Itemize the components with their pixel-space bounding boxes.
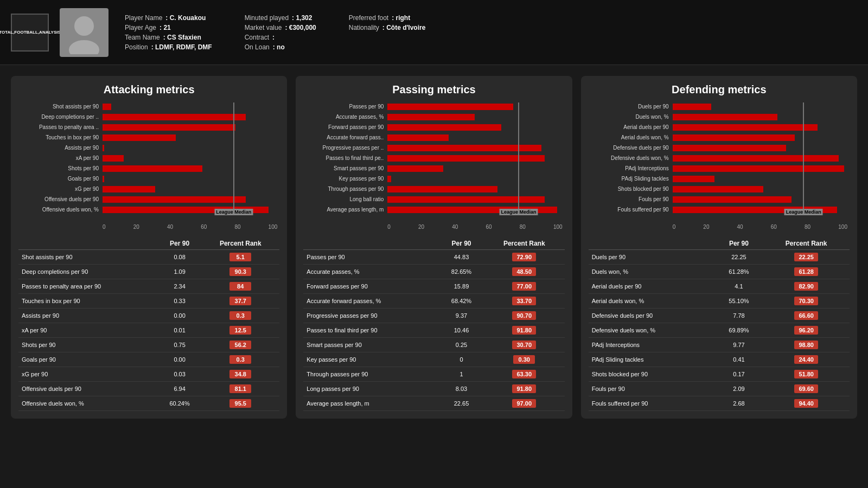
prank-value: 90.70 xyxy=(484,309,565,323)
per90-value: 0.08 xyxy=(158,250,201,265)
bar-row: Passes to final third pe.. xyxy=(387,154,562,163)
prank-badge: 97.00 xyxy=(512,399,536,408)
per90-value: 44.83 xyxy=(439,250,484,265)
x-axis-label: 60 xyxy=(771,224,777,230)
bar-outer xyxy=(387,114,562,120)
svg-point-0 xyxy=(74,16,94,36)
contract-label: Contract xyxy=(245,34,269,41)
per90-value: 0.17 xyxy=(715,367,763,382)
bar-row: Accurate passes, % xyxy=(387,113,562,121)
bar-row: PAdj Sliding tackles xyxy=(673,175,847,183)
prank-value: 69.60 xyxy=(763,382,850,396)
x-axis-label: 80 xyxy=(234,224,240,230)
attacking-col-per90-header: Per 90 xyxy=(158,237,201,250)
per90-value: 0.00 xyxy=(158,309,201,323)
table-row: PAdj Sliding tackles 0.41 24.40 xyxy=(589,352,850,367)
bar-label: Shot assists per 90 xyxy=(18,102,99,111)
contract-value: : xyxy=(272,34,275,41)
bar-label: Offensive duels won, % xyxy=(18,206,99,214)
prank-value: 70.30 xyxy=(763,294,850,309)
team-name-label: Team Name xyxy=(125,34,160,41)
metric-name: Key passes per 90 xyxy=(303,352,439,367)
bar-outer xyxy=(103,176,277,182)
attacking-chart: Shot assists per 90 Deep completions per… xyxy=(18,102,279,230)
player-avatar xyxy=(60,8,108,57)
bar-row: Shots blocked per 90 xyxy=(673,185,847,194)
bar-label: Aerial duels won, % xyxy=(589,133,669,142)
metric-name: Progressive passes per 90 xyxy=(303,309,439,323)
table-row: Goals per 90 0.00 0.3 xyxy=(18,352,279,367)
bar-row: Key passes per 90 xyxy=(387,175,562,183)
position-label: Position xyxy=(125,43,148,51)
per90-value: 61.28% xyxy=(715,265,763,279)
metric-name: Fouls per 90 xyxy=(589,382,715,396)
bar-fill xyxy=(103,165,202,172)
bar-label: Through passes per 90 xyxy=(303,185,384,194)
prank-badge: 91.80 xyxy=(512,326,536,335)
bar-row: Fouls per 90 xyxy=(673,195,847,204)
prank-value: 0.30 xyxy=(484,352,565,367)
metric-name: Average pass length, m xyxy=(303,396,439,411)
player-info: Player Name : C. Kouakou Player Age : 21… xyxy=(125,14,425,51)
per90-value: 22.25 xyxy=(715,250,763,265)
per90-value: 0.41 xyxy=(715,352,763,367)
bar-outer xyxy=(387,134,562,141)
bar-row: Aerial duels won, % xyxy=(673,133,847,142)
metric-name: Deep completions per 90 xyxy=(18,265,158,279)
bar-fill xyxy=(387,165,443,172)
prank-badge: 90.3 xyxy=(229,267,251,276)
bar-fill xyxy=(673,114,777,120)
foot-label: Preferred foot xyxy=(349,14,388,22)
prank-value: 84 xyxy=(201,279,279,294)
prank-value: 63.30 xyxy=(484,367,565,382)
bar-label: Passes to penalty area .. xyxy=(18,123,99,132)
bar-outer xyxy=(387,155,562,162)
prank-value: 81.1 xyxy=(201,382,279,396)
bar-outer xyxy=(103,114,277,120)
team-name-row: Team Name : CS Sfaxien xyxy=(125,34,212,41)
bar-outer xyxy=(103,134,277,141)
per90-value: 82.65% xyxy=(439,265,484,279)
per90-value: 0.33 xyxy=(158,294,201,309)
per90-value: 2.34 xyxy=(158,279,201,294)
prank-badge: 51.80 xyxy=(794,370,818,378)
bar-row: PAdj Interceptions xyxy=(673,164,847,173)
table-row: Accurate forward passes, % 68.42% 33.70 xyxy=(303,294,564,309)
prank-badge: 84 xyxy=(229,282,251,291)
prank-badge: 63.30 xyxy=(512,370,536,378)
bar-row: Long ball ratio xyxy=(387,195,562,204)
per90-value: 9.77 xyxy=(715,338,763,352)
attacking-col-prank-header: Percent Rank xyxy=(201,237,279,250)
bar-row: Duels won, % xyxy=(673,113,847,121)
bar-outer xyxy=(673,114,847,120)
bar-label: Aerial duels per 90 xyxy=(589,123,669,132)
bar-label: Offensive duels per 90 xyxy=(18,195,99,204)
bar-fill xyxy=(673,176,714,182)
per90-value: 0.75 xyxy=(158,338,201,352)
table-row: Defensive duels per 90 7.78 66.60 xyxy=(589,309,850,323)
x-axis-label: 20 xyxy=(133,224,139,230)
metric-name: Accurate passes, % xyxy=(303,265,439,279)
prank-value: 34.8 xyxy=(201,367,279,382)
x-axis-label: 0 xyxy=(387,224,391,230)
bar-label: Passes to final third pe.. xyxy=(303,154,384,163)
table-row: Aerial duels won, % 55.10% 70.30 xyxy=(589,294,850,309)
nationality-label: Nationality xyxy=(349,24,379,31)
bar-outer xyxy=(103,104,277,110)
bar-fill xyxy=(103,196,246,203)
bar-outer xyxy=(673,155,847,162)
bar-label: xG per 90 xyxy=(18,185,99,194)
per90-value: 0.25 xyxy=(439,338,484,352)
table-row: Shot assists per 90 0.08 5.1 xyxy=(18,250,279,265)
foot-value: : right xyxy=(392,14,410,22)
prank-value: 91.80 xyxy=(484,382,565,396)
bar-label: Fouls suffered per 90 xyxy=(589,206,669,214)
metric-name: Accurate forward passes, % xyxy=(303,294,439,309)
table-row: Shots per 90 0.75 56.2 xyxy=(18,338,279,352)
bar-label: PAdj Sliding tackles xyxy=(589,175,669,183)
x-axis-label: 60 xyxy=(486,224,492,230)
prank-value: 96.20 xyxy=(763,323,850,338)
bar-row: Defensive duels per 90 xyxy=(673,144,847,152)
market-row: Market value : €300,000 xyxy=(245,24,316,31)
bar-label: Key passes per 90 xyxy=(303,175,384,183)
